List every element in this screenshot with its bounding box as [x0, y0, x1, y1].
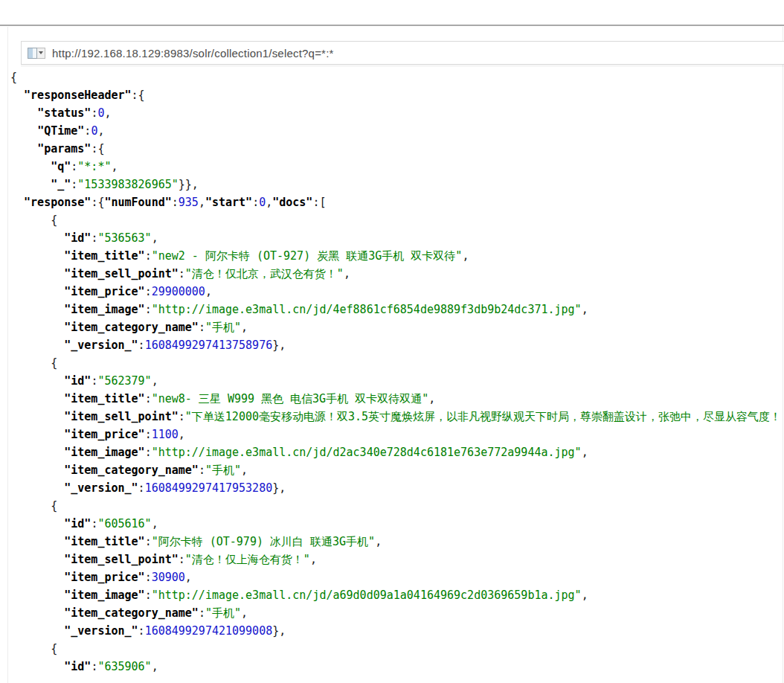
json-line: { [10, 68, 782, 86]
json-line: "q":"*:*", [10, 158, 782, 176]
toolbar-divider [0, 25, 784, 26]
json-line: "_version_":1608499297417953280}, [10, 479, 782, 497]
dropdown-arrow-icon[interactable] [37, 48, 45, 59]
json-line: "item_sell_point":"下单送12000毫安移动电源！双3.5英寸… [10, 408, 782, 426]
json-line: "id":"536563", [10, 229, 782, 247]
json-line: "_version_":1608499297413758976}, [10, 336, 782, 354]
json-line: "id":"562379", [10, 372, 782, 390]
json-line: "item_price":30900, [10, 568, 782, 586]
json-line: "_":"1533983826965"}}, [10, 176, 782, 193]
page-favicon-icon [28, 48, 37, 59]
json-line: "item_category_name":"手机", [10, 461, 782, 479]
json-line: "item_category_name":"手机", [10, 604, 782, 622]
json-line: "id":"635906", [10, 658, 782, 676]
json-line: "item_price":29900000, [10, 283, 782, 301]
json-line: "id":"605616", [10, 515, 782, 533]
json-line: "QTime":0, [10, 122, 782, 140]
json-line: "status":0, [10, 104, 782, 122]
json-line: { [10, 354, 782, 372]
content-panel-right-border [783, 27, 783, 683]
json-line: "item_sell_point":"清仓！仅上海仓有货！", [10, 551, 782, 568]
url-text[interactable]: http://192.168.18.129:8983/solr/collecti… [52, 47, 334, 60]
content-panel-left-border [7, 27, 8, 683]
json-line: "item_price":1100, [10, 426, 782, 443]
json-line: "item_image":"http://image.e3mall.cn/jd/… [10, 443, 782, 461]
json-line: "item_title":"new2 - 阿尔卡特 (OT-927) 炭黑 联通… [10, 247, 782, 265]
json-line: { [10, 211, 782, 229]
json-line: "item_title":"阿尔卡特 (OT-979) 冰川白 联通3G手机", [10, 533, 782, 551]
json-line: "item_category_name":"手机", [10, 318, 782, 336]
json-line: "item_image":"http://image.e3mall.cn/jd/… [10, 301, 782, 318]
json-line: { [10, 640, 782, 658]
json-line: "_version_":1608499297421099008}, [10, 622, 782, 640]
json-line: "item_image":"http://image.e3mall.cn/jd/… [10, 586, 782, 604]
json-line: "item_title":"new8- 三星 W999 黑色 电信3G手机 双卡… [10, 390, 782, 408]
json-line: "item_sell_point":"清仓！仅北京，武汉仓有货！", [10, 265, 782, 283]
json-response-viewer: { "responseHeader":{ "status":0, "QTime"… [10, 68, 782, 683]
url-bar[interactable]: http://192.168.18.129:8983/solr/collecti… [21, 41, 784, 65]
json-line: "responseHeader":{ [10, 86, 782, 104]
json-line: { [10, 497, 782, 515]
json-line: "response":{"numFound":935,"start":0,"do… [10, 193, 782, 211]
json-line: "params":{ [10, 140, 782, 158]
